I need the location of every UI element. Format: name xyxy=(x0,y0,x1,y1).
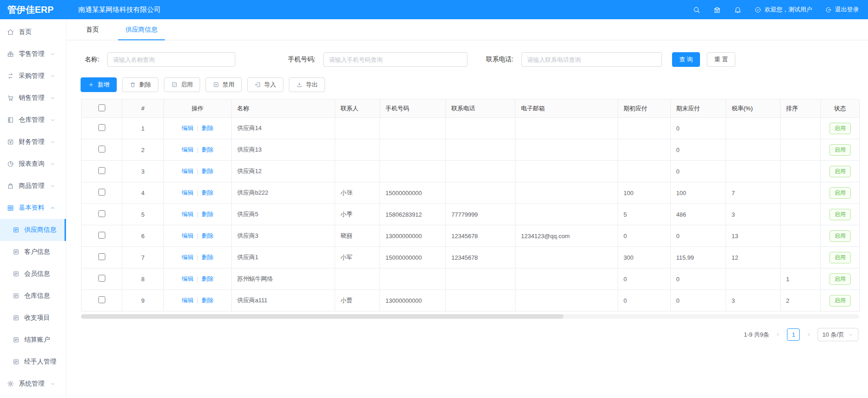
tel-filter-input[interactable] xyxy=(521,52,662,67)
bank-icon[interactable] xyxy=(713,6,721,14)
sidebar-item-customer-info[interactable]: 客户信息 xyxy=(0,241,66,263)
disable-button[interactable]: 禁用 xyxy=(206,77,242,92)
row-checkbox[interactable] xyxy=(98,296,105,303)
app-logo[interactable]: 管伊佳ERP xyxy=(0,4,66,16)
page-size-select[interactable]: 10 条/页 xyxy=(818,328,858,341)
sidebar-item-handler-mgmt[interactable]: 经手人管理 xyxy=(0,351,66,373)
next-page-button[interactable] xyxy=(805,331,812,338)
sidebar-item-purchase[interactable]: 采购管理 xyxy=(0,65,66,87)
delete-link[interactable]: 删除 xyxy=(201,189,213,196)
sidebar-item-retail[interactable]: 零售管理 xyxy=(0,43,66,65)
row-checkbox[interactable] xyxy=(98,124,105,131)
sort-cell xyxy=(781,247,821,268)
sidebar-item-supplier-info[interactable]: 供应商信息 xyxy=(0,219,66,241)
doc-icon xyxy=(12,270,20,278)
row-checkbox[interactable] xyxy=(98,232,105,239)
logout-button[interactable]: 退出登录 xyxy=(825,5,859,14)
sidebar-item-basic-data[interactable]: 基本资料 xyxy=(0,197,66,219)
column-header: 手机号码 xyxy=(380,99,446,118)
delete-button[interactable]: 删除 xyxy=(122,77,158,92)
tab-supplier-info[interactable]: 供应商信息 xyxy=(125,19,157,40)
edit-link[interactable]: 编辑 xyxy=(182,189,194,196)
row-actions-cell: 编辑|删除 xyxy=(164,225,232,247)
delete-link[interactable]: 删除 xyxy=(201,146,213,153)
edit-link[interactable]: 编辑 xyxy=(182,211,194,218)
delete-link[interactable]: 删除 xyxy=(201,275,213,282)
delete-link[interactable]: 删除 xyxy=(201,211,213,218)
add-button[interactable]: 新增 xyxy=(81,77,117,92)
delete-link[interactable]: 删除 xyxy=(201,125,213,131)
edit-link[interactable]: 编辑 xyxy=(182,168,194,174)
tax-rate-cell: 3 xyxy=(726,204,781,225)
opening-payable-cell: 100 xyxy=(618,182,671,204)
opening-payable-cell: 300 xyxy=(618,247,671,268)
mobile-cell: 13000000000 xyxy=(380,290,446,311)
export-button[interactable]: 导出 xyxy=(289,77,325,92)
search-button[interactable]: 查 询 xyxy=(672,52,700,67)
name-filter-input[interactable] xyxy=(107,52,235,67)
row-checkbox[interactable] xyxy=(98,275,105,282)
page-number-button[interactable]: 1 xyxy=(787,328,800,341)
supplier-name-cell: 供应商1 xyxy=(232,247,335,268)
sidebar-item-label: 销售管理 xyxy=(19,94,44,102)
row-checkbox[interactable] xyxy=(98,167,105,174)
chevron-down-icon xyxy=(49,161,56,167)
chevron-down-icon xyxy=(49,183,56,189)
delete-link[interactable]: 删除 xyxy=(201,297,213,304)
delete-link[interactable]: 删除 xyxy=(201,168,213,174)
table-toolbar: 新增 删除 启用 禁用 导入 导出 xyxy=(66,70,868,99)
sidebar-item-system[interactable]: 系统管理 xyxy=(0,373,66,395)
status-cell: 启用 xyxy=(821,225,860,247)
delete-button-label: 删除 xyxy=(139,81,151,89)
tax-rate-cell: 12 xyxy=(726,247,781,268)
suppliers-table: #操作名称联系人手机号码联系电话电子邮箱期初应付期末应付税率(%)排序状态1编辑… xyxy=(81,99,860,311)
search-icon[interactable] xyxy=(693,6,700,14)
horizontal-scrollbar[interactable] xyxy=(81,314,859,319)
edit-link[interactable]: 编辑 xyxy=(182,254,194,261)
sidebar-item-goods[interactable]: 商品管理 xyxy=(0,175,66,197)
reset-button[interactable]: 重 置 xyxy=(707,52,735,67)
delete-link[interactable]: 删除 xyxy=(201,254,213,261)
row-checkbox[interactable] xyxy=(98,253,105,260)
scrollbar-thumb[interactable] xyxy=(81,314,564,319)
contact-cell: 小军 xyxy=(335,247,380,268)
sidebar-item-finance[interactable]: 财务管理 xyxy=(0,131,66,153)
mobile-filter-input[interactable] xyxy=(323,52,467,67)
sort-cell: 2 xyxy=(781,290,821,311)
import-button[interactable]: 导入 xyxy=(247,77,283,92)
edit-link[interactable]: 编辑 xyxy=(182,297,194,304)
row-actions-cell: 编辑|删除 xyxy=(164,139,232,161)
chevron-down-icon xyxy=(49,73,56,79)
sidebar-item-warehouse[interactable]: 仓库管理 xyxy=(0,109,66,131)
sidebar-item-report[interactable]: 报表查询 xyxy=(0,153,66,175)
select-all-checkbox[interactable] xyxy=(98,104,105,111)
row-checkbox[interactable] xyxy=(98,210,105,217)
notification-bell-icon[interactable] xyxy=(734,6,742,14)
enable-button[interactable]: 启用 xyxy=(164,77,200,92)
row-actions-cell: 编辑|删除 xyxy=(164,161,232,182)
sidebar-item-home[interactable]: 首页 xyxy=(0,21,66,43)
sidebar-item-sales[interactable]: 销售管理 xyxy=(0,87,66,109)
status-cell: 启用 xyxy=(821,118,860,139)
edit-link[interactable]: 编辑 xyxy=(182,146,194,153)
welcome-user[interactable]: 欢迎您，测试用户 xyxy=(754,5,812,14)
edit-link[interactable]: 编辑 xyxy=(182,275,194,282)
row-checkbox[interactable] xyxy=(98,189,105,196)
row-checkbox[interactable] xyxy=(98,146,105,153)
sidebar-item-member-info[interactable]: 会员信息 xyxy=(0,263,66,285)
sidebar-item-settlement-account[interactable]: 结算账户 xyxy=(0,329,66,351)
sidebar-item-warehouse-info[interactable]: 仓库信息 xyxy=(0,285,66,307)
prev-page-button[interactable] xyxy=(775,331,781,338)
import-icon xyxy=(255,82,261,88)
sort-cell: 1 xyxy=(781,268,821,290)
edit-link[interactable]: 编辑 xyxy=(182,232,194,239)
doc-icon xyxy=(12,358,20,365)
delete-link[interactable]: 删除 xyxy=(201,232,213,239)
opening-payable-cell xyxy=(618,161,671,182)
sidebar-item-income-expense[interactable]: 收支项目 xyxy=(0,307,66,329)
tab-home[interactable]: 首页 xyxy=(86,19,99,40)
doc-icon xyxy=(12,336,20,343)
edit-link[interactable]: 编辑 xyxy=(182,125,194,131)
column-header: 期初应付 xyxy=(618,99,671,118)
sort-cell xyxy=(781,182,821,204)
